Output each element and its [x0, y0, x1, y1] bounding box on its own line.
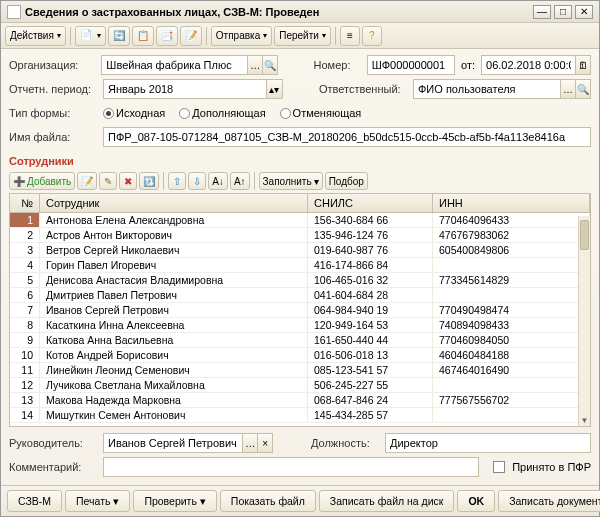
employees-grid[interactable]: № Сотрудник СНИЛС ИНН 1Антонова Елена Ал…: [9, 193, 591, 427]
accepted-pfr-checkbox[interactable]: [493, 461, 505, 473]
table-row[interactable]: 3Ветров Сергей Николаевич019-640-987 766…: [10, 243, 590, 258]
scroll-thumb[interactable]: [580, 220, 589, 250]
cell-inn: 777567556702: [433, 393, 590, 407]
save-file-button[interactable]: Записать файл на диск: [319, 490, 455, 512]
table-row[interactable]: 11Линейкин Леонид Семенович085-123-541 5…: [10, 363, 590, 378]
scroll-down-arrow-icon[interactable]: ▼: [579, 414, 590, 426]
date-field[interactable]: 🗓: [481, 55, 591, 75]
cell-inn: [433, 258, 590, 272]
actions-menu[interactable]: Действия▾: [5, 26, 66, 46]
post-field[interactable]: [385, 433, 591, 453]
cell-snils: 016-506-018 13: [308, 348, 433, 362]
table-row[interactable]: 5Денисова Анастасия Владимировна106-465-…: [10, 273, 590, 288]
cell-employee: Мишуткин Семен Антонович: [40, 408, 308, 422]
cell-employee: Лучикова Светлана Михайловна: [40, 378, 308, 392]
table-row[interactable]: 6Дмитриев Павел Петрович041-604-684 28: [10, 288, 590, 303]
list-button[interactable]: ≡: [340, 26, 360, 46]
sort-desc-button[interactable]: A↑: [230, 172, 250, 190]
help-button[interactable]: ?: [362, 26, 382, 46]
radio-add[interactable]: Дополняющая: [179, 107, 265, 119]
cell-n: 2: [10, 228, 40, 242]
ellipsis-icon[interactable]: …: [560, 80, 575, 98]
move-up-button[interactable]: ⇧: [168, 172, 186, 190]
delete-button[interactable]: ✖: [119, 172, 137, 190]
col-number[interactable]: №: [10, 194, 40, 212]
send-menu[interactable]: Отправка▾: [211, 26, 272, 46]
period-field[interactable]: ▴▾: [103, 79, 283, 99]
cell-employee: Ветров Сергей Николаевич: [40, 243, 308, 257]
col-employee[interactable]: Сотрудник: [40, 194, 308, 212]
copy-button[interactable]: 📋: [132, 26, 154, 46]
cell-inn: [433, 408, 590, 422]
move-down-button[interactable]: ⇩: [188, 172, 206, 190]
cell-inn: 605400849806: [433, 243, 590, 257]
table-row[interactable]: 4Горин Павел Игоревич416-174-866 84: [10, 258, 590, 273]
magnifier-icon[interactable]: 🔍: [575, 80, 590, 98]
goto-menu[interactable]: Перейти▾: [274, 26, 331, 46]
manager-field[interactable]: … ×: [103, 433, 273, 453]
szvm-tab[interactable]: СЗВ-М: [7, 490, 62, 512]
post-button[interactable]: 📑: [156, 26, 178, 46]
write-doc-button[interactable]: Записать документ: [498, 490, 600, 512]
sort-asc-button[interactable]: A↓: [208, 172, 228, 190]
cell-employee: Котов Андрей Борисович: [40, 348, 308, 362]
table-row[interactable]: 2Астров Антон Викторович135-946-124 7647…: [10, 228, 590, 243]
table-row[interactable]: 9Каткова Анна Васильевна161-650-440 4477…: [10, 333, 590, 348]
clear-icon[interactable]: ×: [257, 434, 272, 452]
table-row[interactable]: 12Лучикова Светлана Михайловна506-245-22…: [10, 378, 590, 393]
calendar-icon[interactable]: 🗓: [575, 56, 590, 74]
footer-bar: СЗВ-М Печать ▾ Проверить ▾ Показать файл…: [1, 485, 599, 516]
post2-button[interactable]: 📝: [180, 26, 202, 46]
print-button[interactable]: Печать ▾: [65, 490, 130, 512]
add-button[interactable]: ➕Добавить: [9, 172, 75, 190]
table-row[interactable]: 14Мишуткин Семен Антонович145-434-285 57: [10, 408, 590, 423]
cell-snils: 041-604-684 28: [308, 288, 433, 302]
refresh-button[interactable]: 🔄: [108, 26, 130, 46]
cell-snils: 416-174-866 84: [308, 258, 433, 272]
magnifier-icon[interactable]: 🔍: [262, 56, 277, 74]
table-row[interactable]: 1Антонова Елена Александровна156-340-684…: [10, 213, 590, 228]
vertical-scrollbar[interactable]: ▲ ▼: [578, 216, 590, 426]
pick-button[interactable]: Подбор: [325, 172, 368, 190]
cell-inn: 476767983062: [433, 228, 590, 242]
cell-inn: 770460984050: [433, 333, 590, 347]
edit-button[interactable]: ✎: [99, 172, 117, 190]
table-row[interactable]: 13Макова Надежда Марковна068-647-846 247…: [10, 393, 590, 408]
new-doc-button[interactable]: 📄▾: [75, 26, 106, 46]
radio-cancel[interactable]: Отменяющая: [280, 107, 362, 119]
cell-snils: 106-465-016 32: [308, 273, 433, 287]
minimize-button[interactable]: —: [533, 5, 551, 19]
table-row[interactable]: 8Касаткина Инна Алексеевна120-949-164 53…: [10, 318, 590, 333]
refresh-grid-button[interactable]: 🔃: [139, 172, 159, 190]
insert-button[interactable]: 📝: [77, 172, 97, 190]
cell-inn: 467464016490: [433, 363, 590, 377]
cell-snils: 506-245-227 55: [308, 378, 433, 392]
filename-field[interactable]: [103, 127, 591, 147]
radio-source[interactable]: Исходная: [103, 107, 165, 119]
number-field[interactable]: [367, 55, 455, 75]
cell-n: 4: [10, 258, 40, 272]
fill-menu[interactable]: Заполнить▾: [259, 172, 323, 190]
close-button[interactable]: ✕: [575, 5, 593, 19]
ok-button[interactable]: OK: [457, 490, 495, 512]
comment-field[interactable]: [103, 457, 479, 477]
table-row[interactable]: 7Иванов Сергей Петрович064-984-940 19770…: [10, 303, 590, 318]
resp-field[interactable]: … 🔍: [413, 79, 591, 99]
col-inn[interactable]: ИНН: [433, 194, 590, 212]
cell-snils: 120-949-164 53: [308, 318, 433, 332]
cell-employee: Горин Павел Игоревич: [40, 258, 308, 272]
ellipsis-icon[interactable]: …: [247, 56, 262, 74]
grid-header: № Сотрудник СНИЛС ИНН: [10, 194, 590, 213]
col-snils[interactable]: СНИЛС: [308, 194, 433, 212]
ellipsis-icon[interactable]: …: [242, 434, 257, 452]
check-button[interactable]: Проверить ▾: [133, 490, 216, 512]
cell-employee: Антонова Елена Александровна: [40, 213, 308, 227]
org-field[interactable]: … 🔍: [101, 55, 278, 75]
show-file-button[interactable]: Показать файл: [220, 490, 316, 512]
table-row[interactable]: 10Котов Андрей Борисович016-506-018 1346…: [10, 348, 590, 363]
accepted-pfr-label: Принято в ПФР: [509, 461, 591, 473]
cell-snils: 161-650-440 44: [308, 333, 433, 347]
grid-toolbar: ➕Добавить 📝 ✎ ✖ 🔃 ⇧ ⇩ A↓ A↑ Заполнить▾ П…: [1, 169, 599, 193]
spinner-up-icon[interactable]: ▴▾: [266, 80, 282, 98]
maximize-button[interactable]: □: [554, 5, 572, 19]
